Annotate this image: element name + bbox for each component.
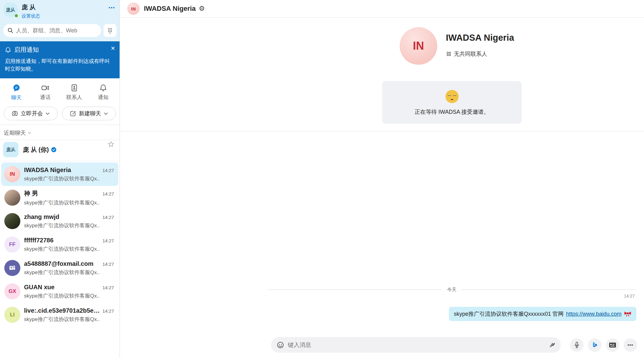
meet-camera-icon: [12, 110, 18, 117]
banner-title: 启用通知: [14, 46, 39, 54]
chat-time: 14:27: [102, 285, 114, 290]
presence-online-dot: [14, 14, 18, 18]
chat-name: IWADSA Nigeria: [24, 167, 100, 174]
invite-pending-box: 正在等待 IWADSA 接受邀请。: [382, 81, 522, 124]
tab-label: 通话: [40, 94, 51, 101]
meet-now-button[interactable]: 立即开会: [4, 107, 58, 120]
user-meta: 庞 从 设置状态: [22, 2, 40, 19]
chat-avatar-photo: [4, 213, 20, 229]
chat-avatar: GX: [4, 283, 20, 299]
conversation-panel: IN IWADSA Nigeria ⚙ IN IWADSA Nigeria 无共…: [120, 0, 644, 358]
chat-preview: skype推广引流协议软件客服Qx..: [24, 222, 114, 229]
chevron-down-icon: [46, 112, 50, 115]
message-input[interactable]: [288, 342, 545, 348]
date-separator: 今天: [267, 287, 636, 293]
tab-calls[interactable]: 通话: [31, 84, 60, 101]
search-icon: [7, 27, 14, 34]
chat-list-item[interactable]: zhang mwjd 14:27 skype推广引流协议软件客服Qx..: [1, 209, 118, 233]
conversation-avatar[interactable]: IN: [127, 2, 140, 15]
bing-button[interactable]: [588, 338, 601, 352]
self-avatar[interactable]: 庞从: [3, 2, 18, 17]
sidebar-more-button[interactable]: •••: [108, 5, 115, 10]
chat-avatar: IN: [4, 166, 20, 182]
chat-avatar: FF: [4, 237, 20, 253]
chat-name: GUAN xue: [24, 284, 100, 291]
sidebar: 庞从 庞 从 设置状态 •••: [0, 0, 120, 358]
conversation-title[interactable]: IWADSA Nigeria: [144, 5, 196, 13]
format-pen-icon[interactable]: [548, 342, 555, 348]
chat-time: 14:27: [102, 238, 114, 243]
profile-meta: IWADSA Nigeria 无共同联系人: [446, 33, 514, 58]
chat-preview: skype推广引流协议软件客服Qx..: [24, 199, 114, 206]
search-input[interactable]: [16, 27, 97, 34]
address-book-icon: [70, 84, 78, 92]
separator-line: [267, 290, 442, 290]
banner-body: 启用推送通知，即可在有新邮件到达或有呼叫时立即知晓。: [5, 58, 115, 73]
tab-label: 联系人: [67, 94, 82, 101]
contact-card-button[interactable]: [606, 338, 619, 352]
dialpad-icon: [107, 27, 113, 34]
chat-list-item[interactable]: 神 男 14:27 skype推广引流协议软件客服Qx..: [1, 186, 118, 209]
pinned-chat-name: 庞 从 (你): [23, 146, 49, 154]
chat-preview: skype推广引流协议软件客服Qx..: [24, 245, 114, 253]
chat-bubble-icon: [12, 84, 21, 92]
close-icon[interactable]: ✕: [111, 45, 115, 52]
gear-icon[interactable]: ⚙: [199, 5, 205, 12]
chat-time: 14:27: [102, 215, 114, 220]
chat-list: IN IWADSA Nigeria 14:27 skype推广引流协议软件客服Q…: [0, 161, 120, 358]
chat-name: live:.cid.e53e9701a2b5e1b0: [24, 307, 100, 314]
chat-list-item[interactable]: FF ffffff72786 14:27 skype推广引流协议软件客服Qx..: [1, 233, 118, 256]
chat-list-item[interactable]: IN IWADSA Nigeria 14:27 skype推广引流协议软件客服Q…: [1, 163, 118, 186]
mic-icon: [573, 341, 580, 349]
meet-now-label: 立即开会: [21, 110, 43, 117]
video-camera-icon: [41, 84, 50, 92]
chevron-down-icon: [28, 132, 31, 134]
tab-label: 聊天: [11, 94, 22, 101]
tab-contacts[interactable]: 联系人: [60, 84, 89, 101]
user-name: 庞 从: [22, 3, 40, 11]
bell-outline-icon: [100, 84, 107, 92]
smiley-icon[interactable]: [277, 341, 284, 349]
chat-name: zhang mwjd: [24, 213, 100, 220]
divider: [120, 131, 644, 131]
chat-name: a5488887@foxmail.com: [24, 260, 100, 267]
search-box[interactable]: [3, 24, 101, 37]
pensive-emoji: [445, 89, 459, 104]
star-icon[interactable]: [107, 141, 115, 149]
chat-time: 14:27: [102, 168, 114, 173]
pinned-avatar: 庞从: [3, 142, 18, 157]
mutual-contacts-label: 无共同联系人: [454, 50, 487, 58]
compose-icon: [70, 110, 76, 117]
more-options-button[interactable]: •••: [624, 338, 637, 352]
dialpad-button[interactable]: [104, 24, 116, 37]
recent-chats-header[interactable]: 近期聊天: [0, 125, 120, 140]
more-icon: •••: [628, 342, 634, 348]
chat-name: ffffff72786: [24, 237, 100, 244]
separator-line: [461, 290, 636, 290]
profile-name: IWADSA Nigeria: [446, 33, 514, 43]
chevron-down-icon: [104, 112, 108, 115]
chat-list-item[interactable]: LI live:.cid.e53e9701a2b5e1b0 14:27 skyp…: [1, 303, 118, 327]
chat-preview: skype推广引流协议软件客服Qx..: [24, 175, 114, 182]
quick-actions: 立即开会 新建聊天: [0, 101, 120, 125]
tab-bar: 聊天 通话 联系人 通知: [0, 84, 120, 101]
chat-list-item[interactable]: GX GUAN xue 14:27 skype推广引流协议软件客服Qx..: [1, 280, 118, 303]
recent-chats-label: 近期聊天: [4, 129, 26, 137]
message-input-pill[interactable]: [271, 337, 561, 353]
set-status-link[interactable]: 设置状态: [22, 13, 40, 19]
chat-preview: skype推广引流协议软件客服Qx..: [24, 316, 114, 323]
new-chat-button[interactable]: 新建聊天: [62, 107, 116, 120]
chat-time: 14:27: [102, 261, 114, 267]
message-link[interactable]: https://www.baidu.com: [566, 311, 622, 317]
new-chat-label: 新建聊天: [79, 110, 101, 117]
tab-chats[interactable]: 聊天: [2, 84, 31, 101]
chat-avatar-photo: [4, 190, 20, 206]
mic-button[interactable]: [570, 338, 584, 352]
chat-avatar: LI: [4, 307, 20, 323]
contact-card-icon: [609, 341, 617, 349]
pinned-self-chat[interactable]: 庞从 庞 从 (你): [3, 142, 116, 157]
tab-notifications[interactable]: 通知: [89, 84, 118, 101]
chat-list-item[interactable]: a5488887@foxmail.com 14:27 skype推广引流协议软件…: [1, 256, 118, 280]
tab-label: 通知: [98, 94, 108, 101]
bing-icon: [591, 341, 598, 349]
